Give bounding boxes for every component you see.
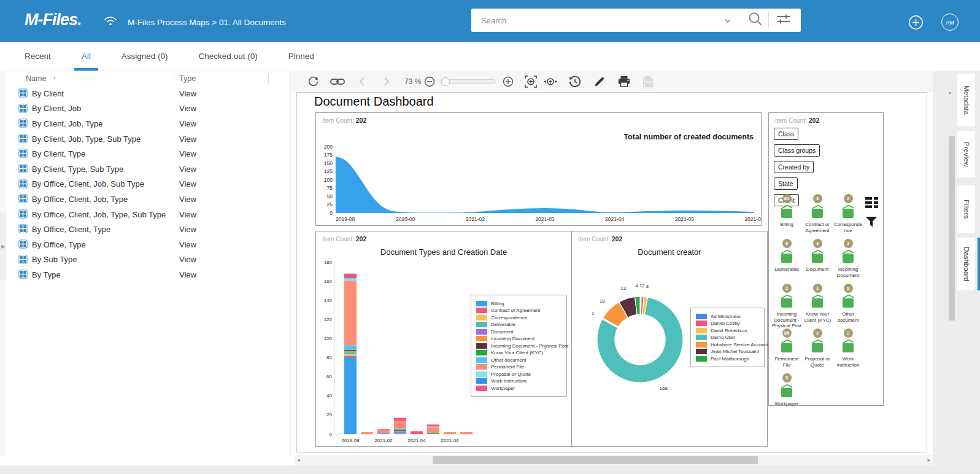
list-item[interactable]: By Sub TypeView: [6, 252, 290, 268]
filter-chip-class-groups[interactable]: Class groups: [774, 144, 820, 157]
filter-chip-class[interactable]: Class: [774, 128, 798, 140]
bar-segment[interactable]: [460, 432, 473, 434]
bar-segment[interactable]: [427, 424, 439, 426]
bar-segment[interactable]: [377, 430, 390, 433]
back-icon[interactable]: [354, 74, 370, 90]
zoom-out-icon[interactable]: [423, 74, 436, 90]
fit-to-width-icon[interactable]: [523, 74, 539, 90]
class-item-proposal-or-quote[interactable]: 2Proposal or Quote: [802, 326, 833, 371]
tab-recent[interactable]: Recent: [25, 42, 51, 71]
forward-icon[interactable]: [379, 74, 395, 90]
scroll-left-icon[interactable]: ◂: [297, 457, 300, 463]
filter-chip-state[interactable]: State: [774, 177, 798, 190]
class-item-know-your-client-kyc[interactable]: 1Know Your Client (KYC): [802, 281, 833, 326]
class-item-incoming-document[interactable]: 2Incoming Document: [833, 236, 863, 281]
user-avatar[interactable]: AM: [941, 14, 959, 31]
column-divider[interactable]: [174, 74, 174, 83]
tab-all[interactable]: All: [82, 42, 91, 71]
class-item-document[interactable]: 3Document: [802, 236, 833, 281]
bar-segment[interactable]: [394, 432, 406, 433]
horizontal-scroll-thumb[interactable]: [433, 456, 758, 464]
side-tab-metadata[interactable]: Metadata: [957, 74, 975, 126]
side-tab-dashboard[interactable]: Dashboard: [957, 238, 975, 290]
bar-segment[interactable]: [411, 431, 423, 434]
panel-expand-handle[interactable]: ▶: [0, 212, 6, 280]
zoom-slider-handle[interactable]: [441, 77, 450, 86]
class-item-work-instruction[interactable]: 2Work Instruction: [833, 326, 863, 371]
search-filters-icon[interactable]: [775, 12, 792, 28]
edit-icon[interactable]: [592, 74, 608, 90]
list-item[interactable]: By Office, Client, Job, Sub TypeView: [6, 177, 290, 192]
tab-checked-out-0[interactable]: Checked out (0): [199, 42, 258, 71]
bar-segment[interactable]: [394, 421, 406, 428]
list-item[interactable]: By Client, TypeView: [6, 146, 290, 161]
tab-pinned[interactable]: Pinned: [288, 42, 314, 71]
side-tab-filters[interactable]: Filters: [957, 185, 975, 233]
column-header-name[interactable]: Name: [26, 74, 46, 83]
bar-segment[interactable]: [394, 433, 406, 434]
bar-segment[interactable]: [344, 281, 357, 346]
list-item[interactable]: By Client, Job, Type, Sub TypeView: [6, 131, 290, 147]
bar-segment[interactable]: [427, 427, 439, 433]
bar-segment[interactable]: [377, 433, 390, 434]
class-item-workpaper[interactable]: 5Workpaper: [771, 371, 802, 416]
class-item-other-document[interactable]: 8Other document: [833, 281, 863, 326]
bar-segment[interactable]: [344, 278, 357, 279]
side-tab-preview[interactable]: Preview: [957, 131, 975, 177]
bar-segment[interactable]: [427, 427, 439, 428]
search-input[interactable]: [471, 16, 724, 25]
vertical-scroll-thumb[interactable]: [949, 136, 955, 321]
class-item-correspondence[interactable]: 2Correspondence: [833, 192, 863, 236]
chevron-down-icon[interactable]: [724, 15, 731, 26]
list-item[interactable]: By TypeView: [6, 267, 290, 282]
list-item[interactable]: By ClientView: [6, 86, 290, 101]
filter-funnel-icon[interactable]: [865, 216, 878, 230]
zoom-in-icon[interactable]: [502, 74, 514, 90]
history-icon[interactable]: [567, 74, 583, 90]
scroll-up-icon[interactable]: ▴: [949, 90, 951, 95]
export-pdf-icon[interactable]: PDF: [641, 74, 657, 90]
bar-segment[interactable]: [377, 429, 390, 430]
class-item-contract-or-agreement[interactable]: 3Contract or Agreement: [802, 192, 833, 236]
create-new-icon[interactable]: [908, 15, 924, 33]
bar-segment[interactable]: [394, 418, 406, 421]
class-item-incoming-document-physical-post[interactable]: 2Incoming Document - Physical Post: [771, 281, 802, 326]
bar-segment[interactable]: [344, 345, 357, 350]
bar-segment[interactable]: [344, 354, 357, 356]
bar-segment[interactable]: [344, 357, 357, 434]
refresh-icon[interactable]: [305, 74, 321, 90]
print-icon[interactable]: [616, 74, 632, 90]
bar-segment[interactable]: [344, 356, 357, 357]
class-item-billing[interactable]: 81Billing: [771, 192, 802, 236]
column-divider[interactable]: [268, 74, 269, 83]
list-item[interactable]: By Client, Type, Sub TypeView: [6, 161, 290, 177]
bar-segment[interactable]: [361, 432, 373, 434]
list-item[interactable]: By Office, TypeView: [6, 237, 290, 252]
bar-segment[interactable]: [344, 278, 357, 280]
horizontal-scrollbar[interactable]: ◂ ▸: [295, 455, 933, 465]
bar-segment[interactable]: [344, 352, 357, 354]
class-item-permanent-file[interactable]: 85Permanent File: [771, 326, 802, 371]
list-item[interactable]: By Client, JobView: [6, 101, 290, 117]
scroll-right-icon[interactable]: ▸: [927, 457, 930, 463]
zoom-slider[interactable]: [439, 79, 496, 84]
bar-segment[interactable]: [427, 433, 439, 434]
breadcrumb[interactable]: M-Files Process Maps > 01. All Documents: [128, 18, 286, 27]
tab-assigned-0[interactable]: Assigned (0): [122, 42, 168, 71]
bar-segment[interactable]: [394, 429, 406, 430]
fit-to-page-icon[interactable]: [542, 74, 558, 90]
list-item[interactable]: By Office, Client, Job, TypeView: [6, 192, 290, 207]
class-item-deliverable[interactable]: 6Deliverable: [771, 236, 802, 281]
list-item[interactable]: By Office, Client, Job, Type, Sub TypeVi…: [6, 207, 290, 222]
bar-segment[interactable]: [394, 431, 406, 432]
bar-segment[interactable]: [344, 351, 357, 352]
list-item[interactable]: By Client, Job, TypeView: [6, 116, 290, 131]
sort-ascending-icon[interactable]: ↑: [53, 74, 56, 82]
filter-chip-created-by[interactable]: Created by: [774, 161, 814, 173]
column-header-type[interactable]: Type: [179, 74, 196, 83]
bar-segment[interactable]: [344, 350, 357, 351]
search-icon[interactable]: [747, 11, 763, 29]
bar-segment[interactable]: [444, 432, 456, 434]
bar-segment[interactable]: [344, 274, 357, 278]
bar-segment[interactable]: [394, 430, 406, 432]
